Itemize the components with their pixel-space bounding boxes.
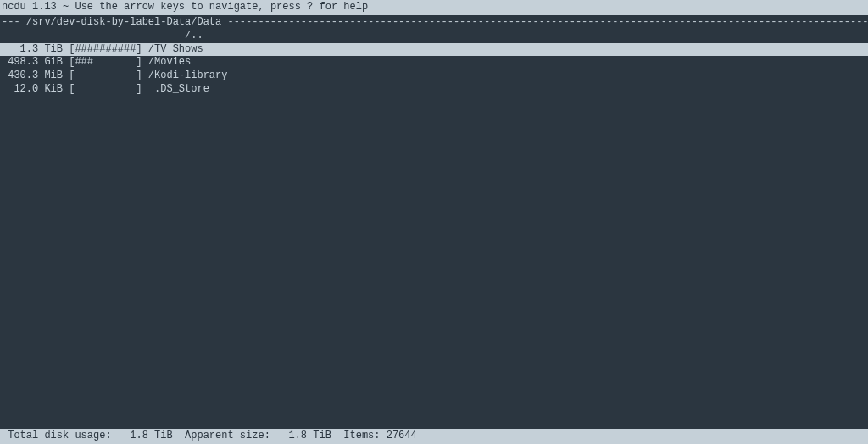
app-name: ncdu	[2, 1, 26, 13]
title-bar: ncdu 1.13 ~ Use the arrow keys to naviga…	[0, 0, 868, 15]
current-path: /srv/dev-disk-by-label-Data/Data	[26, 16, 221, 28]
apparent-size-value: 1.8 TiB	[270, 430, 331, 441]
file-row[interactable]: 12.0 KiB [ ] .DS_Store	[0, 83, 868, 97]
file-size: 1.3 TiB	[2, 43, 63, 55]
file-size: 498.3 GiB	[2, 56, 63, 68]
file-name: /Kodi-library	[148, 69, 228, 81]
apparent-size-label: Apparent size:	[173, 430, 270, 441]
help-hint: Use the arrow keys to navigate, press ? …	[75, 1, 368, 13]
items-count: 27644	[380, 430, 416, 441]
file-size: 12.0 KiB	[2, 83, 63, 95]
file-list[interactable]: /.. 1.3 TiB [##########] /TV Shows 498.3…	[0, 30, 868, 96]
size-bar: [### ]	[63, 56, 148, 68]
total-usage-label: Total disk usage:	[2, 430, 112, 441]
file-row[interactable]: 430.3 MiB [ ] /Kodi-library	[0, 69, 868, 83]
file-name: /Movies	[148, 56, 191, 68]
size-bar: [ ]	[63, 69, 148, 81]
file-name: .DS_Store	[148, 83, 209, 95]
app-version: 1.13	[32, 1, 57, 13]
status-bar: Total disk usage: 1.8 TiB Apparent size:…	[0, 429, 868, 444]
title-separator: ~	[57, 1, 75, 13]
size-bar: [ ]	[63, 83, 148, 95]
parent-dir-row[interactable]: /..	[0, 30, 868, 43]
path-prefix: ---	[2, 16, 26, 28]
file-row[interactable]: 498.3 GiB [### ] /Movies	[0, 56, 868, 69]
path-dashes: ----------------------------------------…	[221, 16, 868, 28]
total-usage-value: 1.8 TiB	[112, 430, 173, 441]
path-bar: --- /srv/dev-disk-by-label-Data/Data ---…	[0, 15, 868, 31]
file-name: /TV Shows	[148, 43, 203, 55]
file-row[interactable]: 1.3 TiB [##########] /TV Shows	[0, 43, 868, 57]
size-bar: [##########]	[63, 43, 148, 55]
items-label: Items:	[331, 430, 381, 441]
file-size: 430.3 MiB	[2, 69, 63, 81]
